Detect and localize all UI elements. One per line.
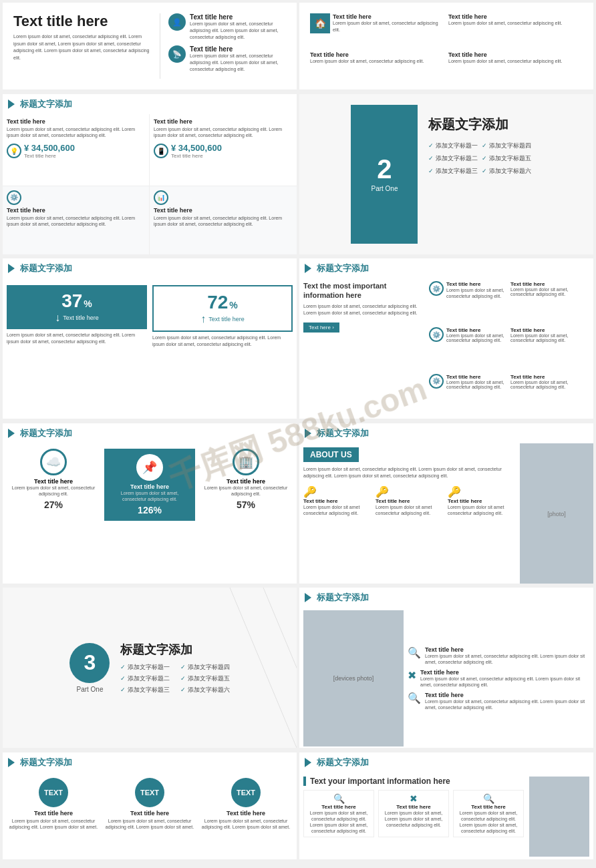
slide8-ab3-title: Text title here xyxy=(448,498,516,504)
slide12-d2-title: Text title here xyxy=(396,804,430,810)
slide10-d2-title: Text title here xyxy=(420,669,589,676)
slide4-check1: 添加文字标题一 xyxy=(428,142,478,150)
triangle-icon xyxy=(305,264,311,273)
slide11-b1-desc: Lorem ipsum dolor sit amet, consectetur … xyxy=(8,818,99,830)
slide3-cell1-title: Text title here xyxy=(7,118,145,125)
slide8-ab2-title: Text title here xyxy=(376,498,444,504)
slide5-stat2-num: 72 xyxy=(207,292,228,313)
slide10-d3-desc: Lorem ipsum dolor sit amet, consectetur … xyxy=(425,698,589,710)
slide7-icon1-title: Text title here xyxy=(34,478,73,485)
slide12-d1: 🔍 Text title here Lorem ipsum dolor sit … xyxy=(303,790,374,837)
slide6-item6-desc: Lorem ipsum dolor sit amet, consectetur … xyxy=(510,380,589,389)
slide2-item1-title: Text title here xyxy=(333,13,444,20)
slide7-icon1-desc: Lorem ipsum dolor sit amet, consectetur … xyxy=(8,485,99,497)
triangle-icon xyxy=(8,758,15,767)
slide3-cell4-desc: Lorem ipsum dolor sit amet, consectetur … xyxy=(154,215,293,228)
slide9-circle-num: 3 xyxy=(69,643,110,683)
slide7-icon3-pct: 57% xyxy=(237,499,255,510)
slide3-cell2-title: Text title here xyxy=(154,118,293,125)
slide1-right-title1: Text title here xyxy=(190,13,286,21)
slide-4: 2 Part One 标题文字添加 添加文字标题一 添加文字标题四 添加文字标题… xyxy=(299,94,593,254)
slide12-main-text: Text your important information here xyxy=(303,777,524,786)
slide-8: 标题文字添加 ABOUT US Lorem ipsum dolor sit am… xyxy=(299,423,593,584)
slide-10: 标题文字添加 [devices photo] 🔍 Text title here… xyxy=(299,588,593,748)
slide12-d3-title: Text title here xyxy=(471,804,505,810)
slide6-item1: ⚙️ Text title here Lorem ipsum dolor sit… xyxy=(429,281,508,324)
finance-icon3: ⚙️ xyxy=(7,190,21,205)
search-icon1: 🔍 xyxy=(408,646,421,665)
slide-6: 标题文字添加 Text the most important informati… xyxy=(299,258,593,419)
slide3-cell3-desc: Lorem ipsum dolor sit amet, consectetur … xyxy=(7,215,145,228)
search-icon3: 🔍 xyxy=(333,793,345,804)
slide7-icon3-title: Text title here xyxy=(227,478,265,485)
slide3-cell4-title: Text title here xyxy=(154,207,293,214)
slide12-header: 标题文字添加 xyxy=(299,752,593,773)
triangle-icon xyxy=(8,429,15,438)
slide5-stat2-box: 72 % ↑ Text title here xyxy=(152,285,293,332)
slide12-photo xyxy=(529,777,589,857)
slide6-item6-title: Text title here xyxy=(510,374,589,380)
slide-5: 标题文字添加 37 % ↓ Text title here Lorem ipsu… xyxy=(3,258,297,419)
slide7-item1: ☁️ Text title here Lorem ipsum dolor sit… xyxy=(8,449,99,521)
slide6-item1-desc: Lorem ipsum dolor sit amet, consectetur … xyxy=(446,287,508,299)
slide6-btn[interactable]: Text here › xyxy=(303,322,339,333)
slide-3: 标题文字添加 Text title here Lorem ipsum dolor… xyxy=(3,94,297,254)
slide8-header: 标题文字添加 xyxy=(299,423,593,443)
slide10-d3: 🔍 Text title here Lorem ipsum dolor sit … xyxy=(408,692,589,710)
slide2-item3: Text title here Lorem ipsum dolor sit am… xyxy=(310,51,444,79)
svg-line-1 xyxy=(263,588,297,748)
home-icon: 🏠 xyxy=(310,13,330,33)
slide7-item3: 🏢 Text title here Lorem ipsum dolor sit … xyxy=(200,449,291,521)
slide5-stat2-label: Text title here xyxy=(208,316,245,322)
gear-icon: ⚙️ xyxy=(429,281,444,296)
slide6-item2-title: Text title here xyxy=(510,281,589,287)
search-icon4: 🔍 xyxy=(483,793,494,804)
slide8-ab1: 🔑 Text title here Lorem ipsum dolor sit … xyxy=(303,485,371,516)
slide7-item2: 📌 Text title here Lorem ipsum dolor sit … xyxy=(104,449,195,521)
slide9-check4: 添加文字标题四 xyxy=(180,663,230,672)
slide10-device-img: [devices photo] xyxy=(303,610,404,746)
slide7-icon2-pct: 126% xyxy=(138,505,162,515)
slide6-item4: Text title here Lorem ipsum dolor sit am… xyxy=(510,327,589,371)
slide11-b2-label: TEXT xyxy=(135,778,164,807)
slide11-b1-label: TEXT xyxy=(39,778,68,807)
slide9-big-title: 标题文字添加 xyxy=(120,642,229,658)
slide10-d1: 🔍 Text title here Lorem ipsum dolor sit … xyxy=(408,646,589,665)
slide2-item4: Text title here Lorem ipsum dolor sit am… xyxy=(448,51,583,79)
slide9-check6: 添加文字标题六 xyxy=(180,686,230,694)
slide4-check4: 添加文字标题四 xyxy=(482,142,531,150)
slide7-icon1-pct: 27% xyxy=(44,499,63,510)
key-icon2: 🔑 xyxy=(376,485,444,498)
slide8-about-desc: Lorem ipsum dolor sit amet, consectetur … xyxy=(303,466,516,480)
slide6-item1-title: Text title here xyxy=(446,281,508,287)
slide6-item5-title: Text title here xyxy=(446,374,508,380)
slide5-stat1-label: Text title here xyxy=(63,314,99,321)
slide3-cell1-desc: Lorem ipsum dolor sit amet, consectetur … xyxy=(7,126,145,140)
slide4-big-title: 标题文字添加 xyxy=(428,116,531,134)
slide8-photo: [photo] xyxy=(520,443,593,584)
slide1-left-desc: Lorem ipsum dolor sit amet, consectetur … xyxy=(13,33,154,61)
slide11-b1: TEXT Text title here Lorem ipsum dolor s… xyxy=(8,778,99,830)
triangle-icon xyxy=(8,264,15,273)
key-icon1: 🔑 xyxy=(303,485,371,498)
slide4-check6: 添加文字标题六 xyxy=(482,167,531,176)
slide1-right-desc2: Lorem ipsum dolor sit amet, consectetur … xyxy=(190,53,286,72)
slide1-right-title2: Text title here xyxy=(190,45,286,53)
triangle-icon xyxy=(8,99,15,109)
slide4-circle-num: 2 xyxy=(377,156,392,182)
slide10-d1-desc: Lorem ipsum dolor sit amet, consectetur … xyxy=(425,653,589,665)
pin-icon: 📌 xyxy=(136,454,163,481)
slide6-item2-desc: Lorem ipsum dolor sit amet, consectetur … xyxy=(510,287,589,296)
slide6-item3-desc: Lorem ipsum dolor sit amet, consectetur … xyxy=(446,333,508,343)
slide3-cell2-desc: Lorem ipsum dolor sit amet, consectetur … xyxy=(154,126,293,140)
slide6-item2: Text title here Lorem ipsum dolor sit am… xyxy=(510,281,589,324)
slide-7: 标题文字添加 ☁️ Text title here Lorem ipsum do… xyxy=(3,423,297,584)
gear-icon2: ⚙️ xyxy=(429,327,444,342)
cloud-icon: ☁️ xyxy=(40,449,67,475)
slide-9: 3 Part One 标题文字添加 添加文字标题一 添加文字标题四 添加文字标题… xyxy=(3,588,297,748)
slide12-d1-title: Text title here xyxy=(321,804,355,810)
slide9-check2: 添加文字标题二 xyxy=(120,674,170,683)
slide3-num2: ¥ 34,500,600 xyxy=(171,143,222,153)
slide12-d2-desc: Lorem ipsum dolor sit amet, Lorem ipsum … xyxy=(382,810,446,828)
slide7-icon2-desc: Lorem ipsum dolor sit amet, consectetur … xyxy=(110,490,190,502)
